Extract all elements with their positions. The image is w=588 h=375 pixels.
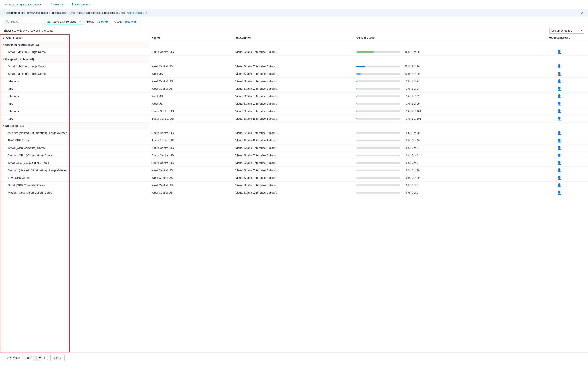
request-quota-btn[interactable]: ✏ Request quota increase ▾ — [3, 2, 42, 7]
request-increase-cell[interactable]: 👤 — [531, 189, 588, 197]
request-increase-cell[interactable]: 👤 — [531, 115, 588, 122]
usage-cell: 1% 1 of 97 — [354, 78, 531, 85]
request-increase-cell[interactable]: 👤 — [531, 167, 588, 174]
banner-close-btn[interactable]: ✕ — [580, 11, 585, 15]
request-increase-cell[interactable]: 👤 — [531, 70, 588, 78]
search-box[interactable]: 🔍 — [3, 19, 43, 24]
quota-name-cell: Small GPU (Visualization) Cores — [0, 159, 149, 167]
request-increase-cell[interactable]: 👤 — [531, 174, 588, 182]
region-cell: South Central US — [149, 159, 233, 167]
table-row: labPlans West Central US Visual Studio E… — [0, 78, 588, 85]
usage-cell: 0% 0 of 20 — [354, 129, 531, 137]
usage-bar-track — [356, 169, 400, 171]
subscription-cell: Visual Studio Enterprise Subscri... — [233, 152, 354, 159]
search-icon: 🔍 — [5, 20, 9, 23]
usage-filter-tag[interactable]: Usage : Show all — [112, 19, 139, 24]
usage-bar-fill — [356, 110, 357, 112]
request-person-icon[interactable]: 👤 — [533, 102, 585, 106]
request-increase-cell[interactable]: 👤 — [531, 182, 588, 189]
region-filter-tag[interactable]: Region : 5 of 79 — [85, 19, 110, 24]
group-by-dropdown[interactable]: Group by usage ▾ — [549, 28, 585, 33]
request-increase-cell[interactable]: 👤 — [531, 144, 588, 152]
request-person-icon[interactable]: 👤 — [533, 138, 585, 143]
region-cell: West Central US — [149, 167, 233, 174]
usage-fraction: 0 of 20 — [412, 139, 420, 142]
request-increase-cell[interactable]: 👤 — [531, 93, 588, 100]
subscription-cell: Visual Studio Enterprise Subscri... — [233, 189, 354, 197]
usage-cell: 1% 1 of 97 — [354, 85, 531, 93]
request-person-icon[interactable]: 👤 — [533, 50, 585, 54]
request-increase-cell[interactable]: 👤 — [531, 78, 588, 85]
request-person-icon[interactable]: 👤 — [533, 109, 585, 113]
request-person-icon[interactable]: 👤 — [533, 161, 585, 165]
usage-fraction: 0 of 0 — [412, 154, 418, 157]
quota-name-cell: Esv4 CPU Cores — [0, 174, 149, 182]
request-increase-cell[interactable]: 👤 — [531, 159, 588, 167]
usage-bar-track — [356, 73, 400, 75]
group-header-regular[interactable]: ▾ Usage at regular level (1) — [0, 41, 588, 49]
col-current-usage: Current Usage ↓ — [354, 34, 531, 41]
usage-pct: 0% — [402, 139, 410, 142]
request-person-icon[interactable]: 👤 — [533, 191, 585, 195]
request-increase-cell[interactable]: 👤 — [531, 48, 588, 56]
request-person-icon[interactable]: 👤 — [533, 72, 585, 76]
group-header-none[interactable]: ▾ No usage (31) — [0, 122, 588, 130]
service-filter-dropdown[interactable]: ☁ Azure Lab Services ▾ — [45, 19, 83, 24]
toolbar: ✏ Request quota increase ▾ ↻ Refresh ⬇ D… — [0, 0, 588, 9]
quota-name-cell: Small (GPU Compute) Cores — [0, 144, 149, 152]
request-increase-cell[interactable]: 👤 — [531, 85, 588, 93]
request-person-icon[interactable]: 👤 — [533, 146, 585, 150]
download-btn[interactable]: ⬇ Download ▾ — [70, 2, 92, 7]
request-person-icon[interactable]: 👤 — [533, 79, 585, 83]
request-person-icon[interactable]: 👤 — [533, 94, 585, 98]
usage-bar-fill — [356, 51, 374, 53]
usage-bar-track — [356, 140, 400, 141]
region-cell: West Central US — [149, 189, 233, 197]
request-increase-cell[interactable]: 👤 — [531, 137, 588, 144]
chevron-down-icon: ▾ — [89, 3, 90, 6]
region-cell: West US — [149, 100, 233, 107]
request-increase-cell[interactable]: 👤 — [531, 100, 588, 107]
request-increase-cell[interactable]: 👤 — [531, 63, 588, 70]
search-input[interactable] — [10, 20, 37, 23]
usage-bar-fill — [356, 103, 357, 104]
region-cell: West US — [149, 70, 233, 78]
usage-bar-track — [356, 88, 400, 90]
usage-fraction: 4 of 20 — [412, 65, 420, 68]
table-row: Medium GPU (Visualization) Cores South C… — [0, 152, 588, 159]
page-select[interactable]: 1 — [33, 355, 42, 361]
quota-name-cell: Medium GPU (Visualization) Cores — [0, 152, 149, 159]
chevron-icon: ▾ — [3, 125, 4, 127]
request-person-icon[interactable]: 👤 — [533, 64, 585, 68]
usage-fraction: 0 of 20 — [412, 176, 420, 179]
chevron-down-icon: ▾ — [40, 3, 41, 6]
request-person-icon[interactable]: 👤 — [533, 176, 585, 180]
group-header-low[interactable]: ▾ Usage at low level (8) — [0, 56, 588, 63]
refresh-btn[interactable]: ↻ Refresh — [50, 2, 66, 7]
usage-pct: 1% — [402, 95, 410, 98]
request-person-icon[interactable]: 👤 — [533, 116, 585, 121]
next-btn[interactable]: Next > — [51, 355, 64, 361]
usage-bar-track — [356, 81, 400, 82]
pagination: < Previous Page 1 of 1 Next > — [0, 352, 588, 363]
azure-quotas-link[interactable]: Azure Quotas. — [127, 11, 144, 14]
usage-bar-track — [356, 95, 400, 97]
request-increase-cell[interactable]: 👤 — [531, 129, 588, 137]
subscription-cell: Visual Studio Enterprise Subscri... — [233, 85, 354, 93]
table-row: labs West US Visual Studio Enterprise Su… — [0, 100, 588, 107]
request-person-icon[interactable]: 👤 — [533, 87, 585, 91]
request-person-icon[interactable]: 👤 — [533, 131, 585, 135]
azure-icon: ☁ — [47, 20, 50, 23]
request-person-icon[interactable]: 👤 — [533, 183, 585, 187]
usage-bar-fill — [356, 118, 357, 120]
request-person-icon[interactable]: 👤 — [533, 168, 585, 172]
usage-fraction: 1 of 101 — [412, 110, 421, 113]
pencil-icon: ✏ — [5, 3, 8, 6]
prev-btn[interactable]: < Previous — [3, 355, 23, 361]
table-row: labs South Central US Visual Studio Ente… — [0, 115, 588, 122]
region-cell: West Central US — [149, 182, 233, 189]
request-increase-cell[interactable]: 👤 — [531, 152, 588, 159]
request-increase-cell[interactable]: 👤 — [531, 107, 588, 115]
usage-fraction: 2 of 20 — [412, 72, 420, 75]
request-person-icon[interactable]: 👤 — [533, 153, 585, 157]
